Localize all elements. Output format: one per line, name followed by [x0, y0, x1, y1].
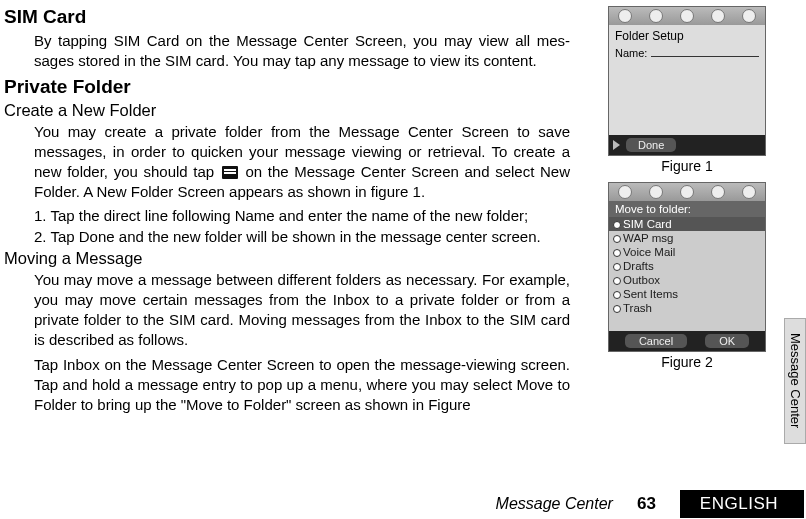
move-to-folder-screen: Move to folder: SIM Card WAP msg Voice M…	[609, 201, 765, 331]
paragraph-sim: By tapping SIM Card on the Message Cente…	[4, 31, 570, 72]
figure-2-softkeys: Cancel OK	[609, 331, 765, 351]
main-text-column: SIM Card By tapping SIM Card on the Mess…	[0, 6, 576, 480]
step-2: 2. Tap Done and the new folder will be s…	[4, 228, 570, 245]
folder-setup-title: Folder Setup	[615, 29, 759, 43]
figure-2-caption: Figure 2	[576, 354, 798, 370]
folder-option-voice[interactable]: Voice Mail	[609, 245, 765, 259]
heading-sim-card: SIM Card	[4, 6, 570, 28]
status-icon	[711, 185, 725, 199]
folder-option-outbox[interactable]: Outbox	[609, 273, 765, 287]
status-icon	[618, 9, 632, 23]
figure-column: Folder Setup Name: Done Figure 1	[576, 6, 804, 480]
cancel-button[interactable]: Cancel	[625, 334, 687, 348]
subheading-moving: Moving a Message	[4, 249, 570, 268]
status-icon	[711, 9, 725, 23]
side-tab: Message Center	[784, 318, 806, 444]
status-icon	[649, 9, 663, 23]
status-icon	[618, 185, 632, 199]
folder-option-drafts[interactable]: Drafts	[609, 259, 765, 273]
side-tab-label: Message Center	[788, 333, 803, 428]
figure-2-device: Move to folder: SIM Card WAP msg Voice M…	[608, 182, 766, 352]
status-icon	[742, 185, 756, 199]
page-number: 63	[637, 494, 656, 514]
status-icon	[680, 9, 694, 23]
status-icon	[742, 9, 756, 23]
paragraph-create: You may create a private folder from the…	[4, 122, 570, 203]
step-1: 1. Tap the direct line following Name an…	[4, 207, 570, 224]
status-icon	[680, 185, 694, 199]
subheading-create: Create a New Folder	[4, 101, 570, 120]
folder-option-trash[interactable]: Trash	[609, 301, 765, 315]
page-footer: Message Center 63 ENGLISH	[0, 489, 806, 519]
ok-button[interactable]: OK	[705, 334, 749, 348]
folder-option-sim[interactable]: SIM Card	[609, 217, 765, 231]
move-to-folder-title: Move to folder:	[609, 201, 765, 217]
device-status-bar	[609, 183, 765, 201]
name-label: Name:	[615, 47, 647, 59]
footer-breadcrumb: Message Center	[496, 495, 613, 513]
device-status-bar	[609, 7, 765, 25]
status-icon	[649, 185, 663, 199]
name-input[interactable]	[651, 47, 759, 57]
heading-private-folder: Private Folder	[4, 76, 570, 98]
figure-1-caption: Figure 1	[576, 158, 798, 174]
figure-1-device: Folder Setup Name: Done	[608, 6, 766, 156]
menu-icon	[222, 166, 238, 179]
paragraph-moving-2: Tap Inbox on the Message Center Screen t…	[4, 355, 570, 416]
back-icon[interactable]	[613, 140, 620, 150]
folder-setup-screen: Folder Setup Name:	[609, 25, 765, 135]
language-badge: ENGLISH	[680, 490, 804, 518]
figure-1-softkeys: Done	[609, 135, 765, 155]
folder-option-sent[interactable]: Sent Items	[609, 287, 765, 301]
folder-option-wap[interactable]: WAP msg	[609, 231, 765, 245]
done-button[interactable]: Done	[626, 138, 676, 152]
paragraph-moving-1: You may move a message between different…	[4, 270, 570, 351]
